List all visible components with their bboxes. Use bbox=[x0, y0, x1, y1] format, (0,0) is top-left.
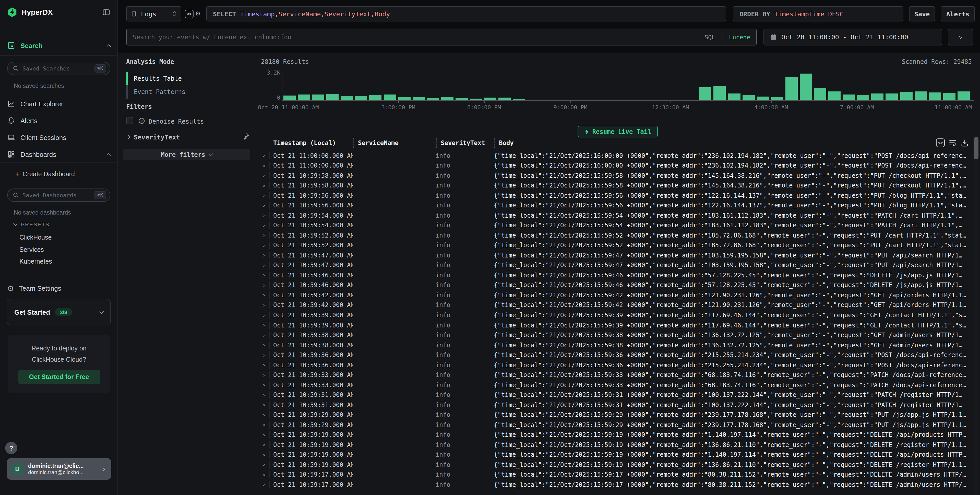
table-row[interactable]: >Oct 21 10:59:39.000 AMinfo{"time_local"… bbox=[259, 320, 972, 330]
sidebar-item-dashboards[interactable]: Dashboards bbox=[7, 147, 110, 161]
table-row[interactable]: >Oct 21 10:59:17.000 AMinfo{"time_local"… bbox=[259, 480, 972, 490]
table-row[interactable]: >Oct 21 10:59:38.000 AMinfo{"time_local"… bbox=[259, 330, 972, 340]
table-row[interactable]: >Oct 21 10:59:36.000 AMinfo{"time_local"… bbox=[259, 350, 972, 360]
results-histogram[interactable] bbox=[283, 73, 974, 100]
row-expand-icon[interactable]: > bbox=[259, 183, 269, 188]
row-expand-icon[interactable]: > bbox=[259, 282, 269, 288]
table-row[interactable]: >Oct 21 10:59:52.000 AMinfo{"time_local"… bbox=[259, 231, 972, 240]
table-row[interactable]: >Oct 21 10:59:19.000 AMinfo{"time_local"… bbox=[259, 430, 972, 440]
row-expand-icon[interactable]: > bbox=[259, 312, 269, 318]
row-expand-icon[interactable]: > bbox=[259, 203, 269, 209]
table-row[interactable]: >Oct 21 10:59:33.000 AMinfo{"time_local"… bbox=[259, 370, 972, 380]
denoise-checkbox[interactable] bbox=[126, 117, 133, 124]
row-expand-icon[interactable]: > bbox=[259, 322, 269, 328]
preset-item-clickhouse[interactable]: ClickHouse bbox=[19, 234, 52, 241]
denoise-label[interactable]: Denoise Results bbox=[149, 118, 204, 125]
sidebar-item-team-settings[interactable]: ⚙ Team Settings bbox=[7, 281, 110, 295]
row-expand-icon[interactable]: > bbox=[259, 302, 269, 308]
table-scrollbar[interactable] bbox=[973, 135, 979, 495]
create-dashboard-button[interactable]: + Create Dashboard bbox=[15, 170, 75, 178]
preset-item-kubernetes[interactable]: Kubernetes bbox=[19, 258, 52, 265]
table-row[interactable]: >Oct 21 10:59:33.000 AMinfo{"time_local"… bbox=[259, 380, 972, 390]
row-expand-icon[interactable]: > bbox=[259, 272, 269, 278]
table-row[interactable]: >Oct 21 10:59:54.000 AMinfo{"time_local"… bbox=[259, 210, 972, 220]
row-expand-icon[interactable]: > bbox=[259, 422, 269, 428]
sidebar-item-search[interactable]: Search bbox=[7, 38, 110, 53]
row-expand-icon[interactable]: > bbox=[259, 223, 269, 228]
table-row[interactable]: >Oct 21 10:59:42.000 AMinfo{"time_local"… bbox=[259, 290, 972, 300]
sidebar-item-client-sessions[interactable]: Client Sessions bbox=[7, 130, 110, 145]
table-row[interactable]: >Oct 21 10:59:56.000 AMinfo{"time_local"… bbox=[259, 201, 972, 210]
table-row[interactable]: >Oct 21 10:59:39.000 AMinfo{"time_local"… bbox=[259, 310, 972, 320]
row-expand-icon[interactable]: > bbox=[259, 362, 269, 368]
row-expand-icon[interactable]: > bbox=[259, 213, 269, 218]
source-select[interactable]: Logs bbox=[126, 6, 181, 21]
text-wrap-icon[interactable] bbox=[948, 138, 957, 147]
get-started-free-button[interactable]: Get Started for Free bbox=[18, 370, 100, 384]
resume-live-tail-button[interactable]: Resume Live Tail bbox=[578, 126, 658, 137]
select-query-input[interactable]: SELECT Timestamp,ServiceName,SeverityTex… bbox=[206, 6, 726, 21]
more-filters-button[interactable]: More filters bbox=[123, 149, 250, 161]
presets-toggle[interactable]: PRESETS bbox=[14, 221, 49, 227]
table-row[interactable]: >Oct 21 10:59:19.000 AMinfo{"time_local"… bbox=[259, 450, 972, 460]
saved-searches-input[interactable]: ⌘K bbox=[7, 62, 110, 75]
event-search-bar[interactable]: SQL | Lucene bbox=[126, 29, 757, 45]
user-menu[interactable]: D dominic.tran@clic... dominic.tran@clic… bbox=[6, 458, 111, 480]
help-button[interactable]: ? bbox=[5, 442, 18, 454]
row-expand-icon[interactable]: > bbox=[259, 173, 269, 178]
table-row[interactable]: >Oct 21 10:59:46.000 AMinfo{"time_local"… bbox=[259, 280, 972, 290]
column-header-servicename[interactable]: ServiceName bbox=[353, 138, 436, 148]
table-row[interactable]: >Oct 21 10:59:29.000 AMinfo{"time_local"… bbox=[259, 420, 972, 430]
row-expand-icon[interactable]: > bbox=[259, 432, 269, 438]
scrollbar-thumb[interactable] bbox=[974, 137, 978, 159]
row-expand-icon[interactable]: > bbox=[259, 472, 269, 477]
sidebar-item-alerts[interactable]: Alerts bbox=[7, 113, 110, 128]
row-expand-icon[interactable]: > bbox=[259, 412, 269, 418]
get-started-toggle[interactable]: Get Started 3/3 bbox=[6, 299, 111, 325]
table-row[interactable]: >Oct 21 10:59:38.000 AMinfo{"time_local"… bbox=[259, 340, 972, 350]
table-row[interactable]: >Oct 21 10:59:52.000 AMinfo{"time_local"… bbox=[259, 240, 972, 250]
analysis-mode-results-table[interactable]: Results Table bbox=[126, 72, 185, 85]
row-expand-icon[interactable]: > bbox=[259, 452, 269, 457]
row-expand-icon[interactable]: > bbox=[259, 243, 269, 248]
row-expand-icon[interactable]: > bbox=[259, 253, 269, 258]
event-search-input[interactable] bbox=[133, 33, 699, 41]
table-row[interactable]: >Oct 21 10:59:46.000 AMinfo{"time_local"… bbox=[259, 270, 972, 280]
table-row[interactable]: >Oct 21 10:59:19.000 AMinfo{"time_local"… bbox=[259, 460, 972, 470]
analysis-mode-event-patterns[interactable]: Event Patterns bbox=[126, 85, 185, 99]
preset-item-services[interactable]: Services bbox=[19, 246, 44, 253]
saved-searches-field[interactable] bbox=[22, 65, 91, 72]
gear-icon[interactable]: ⚙ bbox=[196, 9, 200, 18]
row-expand-icon[interactable]: > bbox=[259, 293, 269, 298]
table-code-icon[interactable]: <> bbox=[936, 138, 945, 147]
column-header-timestamp[interactable]: Timestamp (Local) bbox=[269, 138, 353, 148]
save-button[interactable]: Save bbox=[909, 6, 935, 21]
table-row[interactable]: >Oct 21 10:59:19.000 AMinfo{"time_local"… bbox=[259, 440, 972, 450]
table-row[interactable]: >Oct 21 10:59:42.000 AMinfo{"time_local"… bbox=[259, 300, 972, 310]
row-expand-icon[interactable]: > bbox=[259, 163, 269, 169]
row-expand-icon[interactable]: > bbox=[259, 193, 269, 199]
saved-dashboards-input[interactable]: ⌘K bbox=[7, 188, 110, 202]
table-row[interactable]: >Oct 21 11:00:00.000 AMinfo{"time_local"… bbox=[259, 151, 972, 161]
run-query-button[interactable]: ▷ bbox=[948, 29, 974, 45]
row-expand-icon[interactable]: > bbox=[259, 352, 269, 358]
severity-filter-group[interactable]: SeverityText bbox=[134, 133, 180, 141]
alerts-button[interactable]: Alerts bbox=[941, 6, 975, 21]
row-expand-icon[interactable]: > bbox=[259, 263, 269, 268]
column-header-severitytext[interactable]: SeverityText bbox=[436, 138, 494, 148]
column-header-body[interactable]: Body bbox=[494, 138, 972, 148]
table-row[interactable]: >Oct 21 10:59:36.000 AMinfo{"time_local"… bbox=[259, 360, 972, 370]
row-expand-icon[interactable]: > bbox=[259, 392, 269, 398]
row-expand-icon[interactable]: > bbox=[259, 462, 269, 467]
row-expand-icon[interactable]: > bbox=[259, 153, 269, 159]
saved-dashboards-field[interactable] bbox=[22, 192, 91, 199]
table-row[interactable]: >Oct 21 10:59:31.000 AMinfo{"time_local"… bbox=[259, 400, 972, 410]
order-by-input[interactable]: ORDER BY TimestampTime DESC bbox=[733, 6, 904, 21]
query-code-icon[interactable]: <> bbox=[185, 10, 194, 18]
row-expand-icon[interactable]: > bbox=[259, 382, 269, 388]
sidebar-collapse-icon[interactable] bbox=[102, 8, 110, 16]
lang-sql-toggle[interactable]: SQL bbox=[705, 33, 715, 41]
table-row[interactable]: >Oct 21 10:59:58.000 AMinfo{"time_local"… bbox=[259, 181, 972, 191]
row-expand-icon[interactable]: > bbox=[259, 442, 269, 447]
row-expand-icon[interactable]: > bbox=[259, 332, 269, 338]
